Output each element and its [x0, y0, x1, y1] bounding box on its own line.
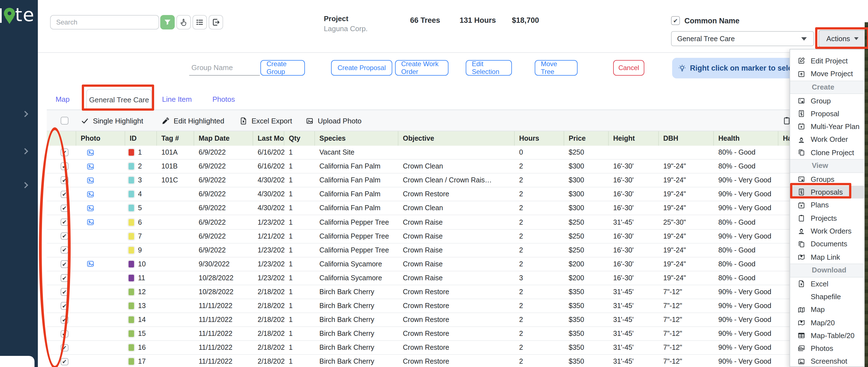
project-label: Project: [324, 14, 348, 23]
map-date-cell: 10/28/2022: [194, 285, 253, 299]
menu-item-map-table-20[interactable]: Map-Table/20: [790, 329, 864, 342]
menu-item-proposal[interactable]: Proposal: [790, 107, 864, 120]
photo-icon[interactable]: [86, 162, 95, 170]
column-header[interactable]: ID: [125, 131, 157, 146]
column-header[interactable]: Tag #: [157, 131, 194, 146]
menu-item-work-order[interactable]: Work Order: [790, 133, 864, 146]
column-header[interactable]: Last Modifi…: [253, 131, 284, 146]
qty-cell: 1: [284, 271, 315, 285]
filter-icon: [163, 18, 172, 27]
map-date-value: 11/11/2022: [199, 330, 232, 338]
table-row: 46/9/20224/30/20251California Fan PalmCr…: [47, 188, 868, 202]
filter-button[interactable]: [160, 15, 175, 30]
column-header[interactable]: Hours: [515, 131, 564, 146]
menu-item-group[interactable]: Group: [790, 94, 864, 107]
column-header[interactable]: Map Date: [194, 131, 253, 146]
search-input[interactable]: [50, 15, 159, 30]
last-modified-cell: 2/18/2026: [253, 355, 284, 367]
photo-icon[interactable]: [86, 176, 95, 184]
menu-item-work-orders[interactable]: Work Orders: [790, 225, 864, 238]
menu-item-move-project[interactable]: Move Project: [790, 68, 864, 80]
price-value: $250: [569, 246, 584, 254]
species-value: California Pepper Tree: [319, 232, 389, 240]
column-header[interactable]: DBH: [659, 131, 714, 146]
list-button[interactable]: [192, 15, 207, 30]
qty-cell: 1: [284, 313, 315, 326]
hours-value: 2: [519, 218, 523, 226]
table-row: 1110/28/20221/23/20251California Sycamor…: [47, 271, 868, 285]
menu-item-photos[interactable]: Photos: [790, 342, 864, 355]
hours-value: 2: [519, 162, 523, 170]
menu-item-map-20[interactable]: Map/20: [790, 316, 864, 329]
column-header[interactable]: Height: [609, 131, 659, 146]
dbh-value: 25"-30": [663, 218, 686, 226]
health-value: 90% - Very Good: [718, 344, 771, 352]
create-group-button[interactable]: Create Group: [260, 60, 305, 76]
column-header[interactable]: Price: [564, 131, 609, 146]
photo-icon[interactable]: [86, 204, 95, 212]
tag-cell: 101B: [157, 160, 194, 173]
cancel-button[interactable]: Cancel: [613, 60, 644, 76]
menu-item-clone-project[interactable]: Clone Project: [790, 146, 864, 159]
qty-value: 1: [289, 358, 293, 366]
edit-selection-button[interactable]: Edit Selection: [466, 60, 512, 76]
menu-item-map[interactable]: Map: [790, 303, 864, 316]
upload-photo-button[interactable]: Upload Photo: [306, 110, 362, 131]
photo-icon[interactable]: [86, 260, 95, 268]
column-header[interactable]: Health: [714, 131, 778, 146]
excel-export-button[interactable]: Excel Export: [239, 110, 292, 131]
column-header[interactable]: Photo: [76, 131, 125, 146]
tag-cell: 101A: [157, 146, 194, 159]
chevron-right-icon[interactable]: [22, 111, 28, 117]
menu-item-screenshot[interactable]: Screenshot: [790, 355, 864, 367]
hand-pointer-button[interactable]: [176, 15, 191, 30]
group-name-input[interactable]: [189, 60, 260, 76]
column-header[interactable]: Species: [315, 131, 398, 146]
column-header[interactable]: Objective: [398, 131, 515, 146]
menu-item-multi-year-plan[interactable]: Multi-Year Plan: [790, 120, 864, 133]
menu-item-plans[interactable]: Plans: [790, 199, 864, 212]
chevron-right-icon[interactable]: [22, 182, 28, 189]
dbh-cell: 19"-24": [659, 173, 714, 187]
photo-icon[interactable]: [86, 148, 95, 157]
qty-value: 1: [289, 204, 293, 212]
table-row: 96/9/20221/23/20251California Pepper Tre…: [47, 243, 868, 257]
menu-item-shapefile[interactable]: Shapefile: [790, 290, 864, 303]
objective-value: Crown Raise: [403, 218, 443, 226]
menu-item-projects[interactable]: Projects: [790, 211, 864, 225]
row-checkbox[interactable]: [61, 358, 68, 365]
menu-item-documents[interactable]: Documents: [790, 237, 864, 251]
menu-item-icon-slot: [797, 135, 806, 143]
common-name-checkbox[interactable]: [671, 16, 680, 25]
export-doc-button[interactable]: [209, 15, 223, 30]
menu-item-label: Screenshot: [811, 357, 847, 366]
column-header[interactable]: Qty: [284, 131, 315, 146]
tree-id: 9: [138, 246, 142, 254]
menu-item-map-link[interactable]: Map Link: [790, 251, 864, 264]
menu-item-edit-project[interactable]: Edit Project: [790, 55, 864, 68]
dbh-cell: 7"-12": [659, 299, 714, 312]
photo-icon[interactable]: [86, 190, 95, 199]
tab-photos[interactable]: Photos: [207, 89, 240, 110]
edit-highlighted-button[interactable]: Edit Highlighted: [161, 110, 224, 131]
create-proposal-button[interactable]: Create Proposal: [331, 60, 392, 76]
tab-line-item[interactable]: Line Item: [157, 89, 196, 110]
photo-icon[interactable]: [86, 218, 95, 226]
map-date-cell: 11/11/2022: [194, 355, 253, 367]
tab-map[interactable]: Map: [50, 89, 75, 110]
create-work-order-button[interactable]: Create Work Order: [395, 60, 448, 76]
photo-cell: [76, 285, 125, 299]
photo-cell: [76, 146, 125, 159]
folder-up-icon: [798, 70, 806, 78]
dbh-value: 19"-24": [663, 191, 686, 198]
care-type-select[interactable]: General Tree Care: [671, 31, 814, 46]
single-highlight-button[interactable]: Single Highlight: [81, 110, 143, 131]
health-cell: 80% - Good: [714, 243, 778, 257]
health-value: 80% - Good: [718, 148, 755, 156]
menu-item-excel[interactable]: Excel: [790, 277, 864, 290]
health-value: 80% - Good: [718, 274, 755, 282]
dbh-cell: 7"-12": [659, 341, 714, 355]
move-tree-button[interactable]: Move Tree: [535, 60, 578, 76]
chevron-right-icon[interactable]: [22, 148, 28, 155]
select-all-checkbox[interactable]: [61, 117, 68, 125]
